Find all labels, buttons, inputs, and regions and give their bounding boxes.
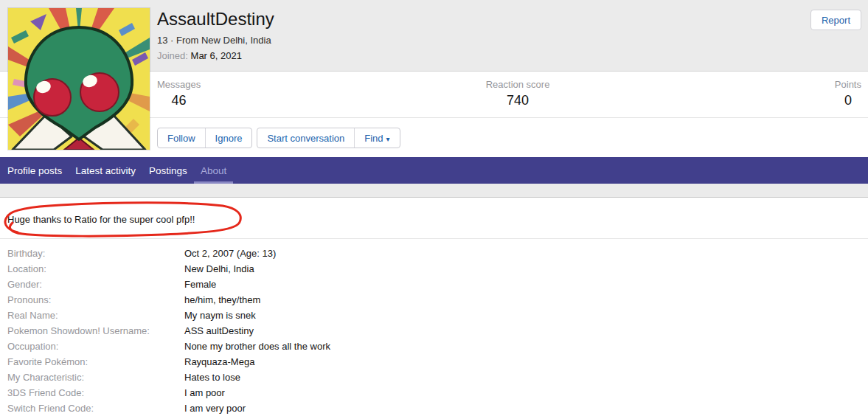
stat-messages-value[interactable]: 46 <box>157 91 201 109</box>
stat-messages: Messages 46 <box>157 79 201 117</box>
avatar-image <box>8 8 150 150</box>
detail-label: Favorite Pokémon: <box>7 354 184 370</box>
detail-row-pronouns: Pronouns: he/him, they/them <box>7 292 861 308</box>
detail-value: None my brother does all the work <box>184 339 330 354</box>
detail-row-occupation: Occupation: None my brother does all the… <box>7 339 861 354</box>
about-blurb-text: Huge thanks to Ratio for the super cool … <box>7 213 861 226</box>
conversation-find-group: Start conversation Find▾ <box>257 128 400 148</box>
detail-value: he/him, they/them <box>184 292 260 308</box>
stat-points-value[interactable]: 0 <box>835 91 861 109</box>
ignore-button[interactable]: Ignore <box>205 128 252 148</box>
detail-value: Rayquaza-Mega <box>184 354 254 370</box>
joined-line: Joined: Mar 6, 2021 <box>157 49 868 63</box>
page-title-username: AssaultDestiny <box>157 9 868 30</box>
report-button[interactable]: Report <box>810 10 861 30</box>
detail-value: Oct 2, 2007 (Age: 13) <box>184 246 276 261</box>
follow-ignore-group: Follow Ignore <box>157 128 252 148</box>
tab-about[interactable]: About <box>194 157 233 184</box>
about-details-list: Birthday: Oct 2, 2007 (Age: 13) Location… <box>0 239 868 416</box>
stat-reaction-score-value[interactable]: 740 <box>486 91 550 109</box>
detail-label: Real Name: <box>7 308 184 323</box>
caret-down-icon: ▾ <box>386 135 390 143</box>
about-blurb-block: Huge thanks to Ratio for the super cool … <box>0 198 868 239</box>
detail-label: Pokemon Showdown! Username: <box>7 323 184 339</box>
tab-profile-posts[interactable]: Profile posts <box>1 157 69 184</box>
follow-button[interactable]: Follow <box>158 128 205 148</box>
stat-points-label: Points <box>835 79 861 91</box>
tab-latest-activity[interactable]: Latest activity <box>69 157 142 184</box>
stat-messages-label: Messages <box>157 79 201 91</box>
stat-reaction-score: Reaction score 740 <box>486 79 550 117</box>
detail-row-favorite-pokemon: Favorite Pokémon: Rayquaza-Mega <box>7 354 861 370</box>
detail-value: I am very poor <box>184 401 246 416</box>
detail-row-3ds-friend-code: 3DS Friend Code: I am poor <box>7 385 861 401</box>
detail-value: Hates to lose <box>184 370 240 385</box>
joined-label: Joined: <box>157 50 188 61</box>
profile-tab-nav: Profile posts Latest activity Postings A… <box>0 157 868 184</box>
detail-value: I am poor <box>184 385 225 401</box>
start-conversation-button[interactable]: Start conversation <box>257 128 354 148</box>
detail-label: Gender: <box>7 277 184 292</box>
detail-label: Location: <box>7 261 184 277</box>
stat-reaction-score-label: Reaction score <box>486 79 550 91</box>
detail-value: New Delhi, India <box>184 261 254 277</box>
detail-value: ASS aultDestiny <box>184 323 254 339</box>
detail-row-characteristic: My Characteristic: Hates to lose <box>7 370 861 385</box>
detail-value: My naym is snek <box>184 308 256 323</box>
joined-date: Mar 6, 2021 <box>191 50 242 61</box>
detail-row-gender: Gender: Female <box>7 277 861 292</box>
detail-label: Birthday: <box>7 246 184 261</box>
detail-label: 3DS Friend Code: <box>7 385 184 401</box>
detail-row-switch-friend-code: Switch Friend Code: I am very poor <box>7 401 861 416</box>
detail-row-location: Location: New Delhi, India <box>7 261 861 277</box>
nav-gap <box>0 184 868 197</box>
about-content: Huge thanks to Ratio for the super cool … <box>0 197 868 416</box>
detail-row-birthday: Birthday: Oct 2, 2007 (Age: 13) <box>7 246 861 261</box>
profile-avatar[interactable] <box>8 8 150 150</box>
detail-row-real-name: Real Name: My naym is snek <box>7 308 861 323</box>
detail-label: Pronouns: <box>7 292 184 308</box>
detail-label: Switch Friend Code: <box>7 401 184 416</box>
user-meta: 13 · From New Delhi, India <box>157 34 868 47</box>
stat-points: Points 0 <box>835 79 861 117</box>
profile-header: AssaultDestiny 13 · From New Delhi, Indi… <box>0 0 868 71</box>
find-button-label: Find <box>364 133 383 144</box>
detail-label: My Characteristic: <box>7 370 184 385</box>
tab-postings[interactable]: Postings <box>142 157 194 184</box>
detail-row-showdown-username: Pokemon Showdown! Username: ASS aultDest… <box>7 323 861 339</box>
detail-value: Female <box>184 277 216 292</box>
detail-label: Occupation: <box>7 339 184 354</box>
find-button[interactable]: Find▾ <box>354 128 399 148</box>
